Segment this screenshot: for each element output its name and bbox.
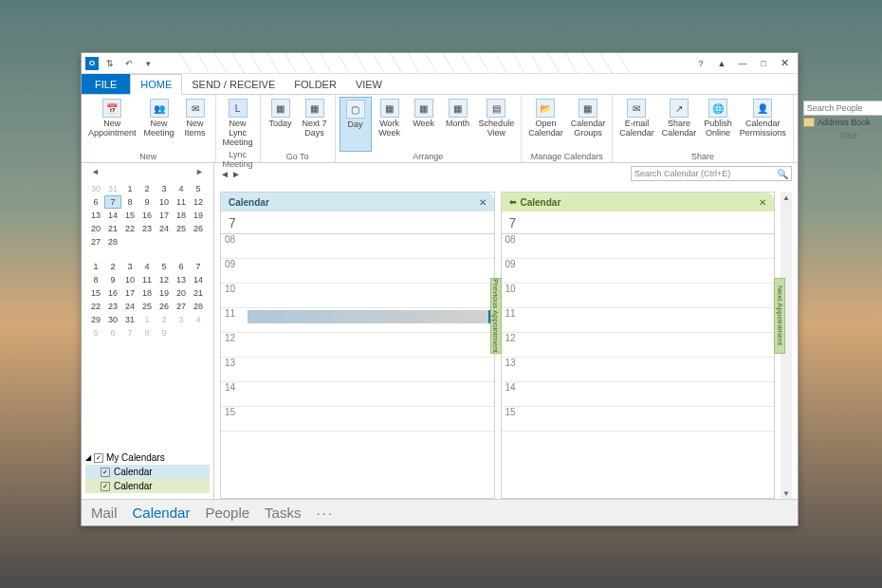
hour-row[interactable]: 15 (221, 407, 494, 432)
date-cell[interactable]: 30 (87, 182, 104, 195)
hour-row[interactable]: 11 (221, 308, 494, 333)
date-cell[interactable]: 4 (138, 260, 156, 273)
date-cell[interactable]: 14 (104, 209, 121, 222)
date-cell[interactable]: 5 (87, 326, 104, 340)
date-cell[interactable]: 31 (121, 313, 138, 326)
calendar-item-2[interactable]: ✓ Calendar (85, 479, 210, 493)
scroll-up-icon[interactable]: ▲ (781, 192, 792, 203)
date-cell[interactable]: 12 (156, 273, 173, 286)
date-cell[interactable]: 25 (173, 222, 190, 235)
next-7-days-button[interactable]: ▦Next 7 Days (299, 97, 331, 152)
date-cell[interactable]: 9 (104, 273, 121, 286)
date-cell[interactable]: 5 (190, 182, 207, 195)
minimize-button[interactable]: — (733, 57, 752, 70)
previous-appointment-handle[interactable]: Previous Appointment (490, 278, 502, 354)
date-cell[interactable]: 25 (138, 300, 156, 313)
date-cell[interactable]: 10 (121, 273, 138, 286)
open-calendar-button[interactable]: 📂Open Calendar (525, 97, 566, 152)
date-cell[interactable]: 16 (138, 209, 156, 222)
scroll-down-icon[interactable]: ▼ (781, 487, 792, 499)
mini-calendar-1[interactable]: 3031123456789101112131415161718192021222… (82, 180, 213, 250)
date-cell[interactable]: 19 (156, 286, 173, 300)
date-cell[interactable]: 18 (138, 286, 156, 300)
date-cell[interactable]: 21 (104, 222, 121, 235)
mini-calendar-2[interactable]: 1234567891011121314151617181920212223242… (82, 258, 213, 341)
date-cell[interactable]: 15 (121, 209, 138, 222)
date-cell[interactable]: 13 (173, 273, 190, 286)
close-icon[interactable]: ✕ (479, 197, 487, 208)
day-view-button[interactable]: ▢Day (340, 97, 372, 152)
hour-grid-2[interactable]: 0809101112131415 (502, 234, 775, 498)
hour-row[interactable]: 09 (502, 259, 775, 284)
date-cell[interactable]: 13 (87, 209, 104, 222)
date-cell[interactable]: 2 (138, 182, 156, 195)
date-cell[interactable]: 15 (87, 286, 104, 300)
date-cell[interactable]: 11 (138, 273, 156, 286)
date-cell[interactable]: 23 (138, 222, 156, 235)
publish-online-button[interactable]: 🌐Publish Online (701, 97, 735, 152)
next-month-icon[interactable]: ► (195, 167, 204, 176)
hour-row[interactable]: 10 (221, 284, 494, 308)
calendar-tab-1[interactable]: Calendar ✕ (221, 193, 494, 211)
date-cell[interactable]: 14 (190, 273, 207, 286)
search-icon[interactable]: 🔍 (777, 169, 788, 179)
prev-month-icon[interactable]: ◄ (91, 167, 100, 176)
date-cell[interactable]: 24 (121, 300, 138, 313)
date-cell[interactable]: 2 (156, 313, 173, 326)
date-cell[interactable]: 17 (156, 209, 173, 222)
checkbox-icon[interactable]: ✓ (101, 468, 110, 477)
schedule-view-button[interactable]: ▤Schedule View (476, 97, 518, 152)
date-cell[interactable]: 28 (190, 300, 207, 313)
calendar-tab-2[interactable]: ⬅ Calendar ✕ (502, 193, 775, 211)
date-cell[interactable]: 26 (156, 300, 173, 313)
search-people-input[interactable] (803, 101, 882, 116)
date-cell[interactable]: 9 (138, 195, 156, 209)
date-cell[interactable]: 7 (104, 195, 121, 209)
date-cell[interactable]: 28 (104, 235, 121, 248)
date-cell[interactable]: 17 (121, 286, 138, 300)
nav-more-icon[interactable]: ··· (316, 505, 334, 521)
date-cell[interactable]: 12 (190, 195, 207, 209)
date-cell[interactable]: 3 (121, 260, 138, 273)
prev-day-icon[interactable]: ◄ (220, 169, 230, 179)
hour-row[interactable]: 09 (221, 259, 494, 284)
date-cell[interactable]: 3 (173, 313, 190, 326)
date-cell[interactable]: 8 (87, 273, 104, 286)
close-icon[interactable]: ✕ (759, 197, 766, 208)
date-cell[interactable]: 9 (156, 326, 173, 340)
hour-row[interactable]: 12 (221, 333, 494, 358)
maximize-button[interactable]: □ (754, 57, 773, 70)
date-cell[interactable]: 1 (121, 182, 138, 195)
date-cell[interactable]: 27 (87, 235, 104, 248)
date-cell[interactable]: 7 (121, 326, 138, 340)
email-calendar-button[interactable]: ✉E-mail Calendar (616, 97, 657, 152)
hour-row[interactable]: 12 (502, 333, 775, 358)
folder-tab[interactable]: FOLDER (285, 74, 346, 94)
date-cell[interactable]: 29 (87, 313, 104, 326)
calendar-groups-button[interactable]: ▦Calendar Groups (568, 97, 609, 152)
file-tab[interactable]: FILE (82, 74, 130, 94)
hour-row[interactable]: 08 (502, 234, 775, 259)
new-appointment-button[interactable]: 📅New Appointment (85, 97, 139, 152)
date-cell[interactable]: 30 (104, 313, 121, 326)
checkbox-icon[interactable]: ✓ (94, 453, 103, 463)
date-cell[interactable]: 31 (104, 182, 121, 195)
date-cell[interactable]: 2 (104, 260, 121, 273)
nav-tasks[interactable]: Tasks (265, 505, 301, 521)
nav-calendar[interactable]: Calendar (133, 505, 191, 521)
hour-row[interactable]: 15 (502, 407, 775, 432)
hour-row[interactable]: 13 (221, 358, 494, 382)
date-cell[interactable]: 6 (104, 326, 121, 340)
hour-row[interactable]: 14 (221, 382, 494, 407)
date-cell[interactable]: 8 (138, 326, 156, 340)
next-appointment-handle[interactable]: Next Appointment (774, 278, 785, 354)
next-day-icon[interactable]: ► (231, 169, 241, 179)
hour-row[interactable]: 11 (502, 308, 775, 333)
home-tab[interactable]: HOME (130, 74, 182, 95)
date-cell[interactable]: 20 (87, 222, 104, 235)
date-cell[interactable]: 7 (190, 260, 207, 273)
date-cell[interactable]: 22 (121, 222, 138, 235)
calendar-permissions-button[interactable]: 👤Calendar Permissions (737, 97, 789, 152)
date-cell[interactable]: 11 (173, 195, 190, 209)
date-cell[interactable]: 20 (173, 286, 190, 300)
